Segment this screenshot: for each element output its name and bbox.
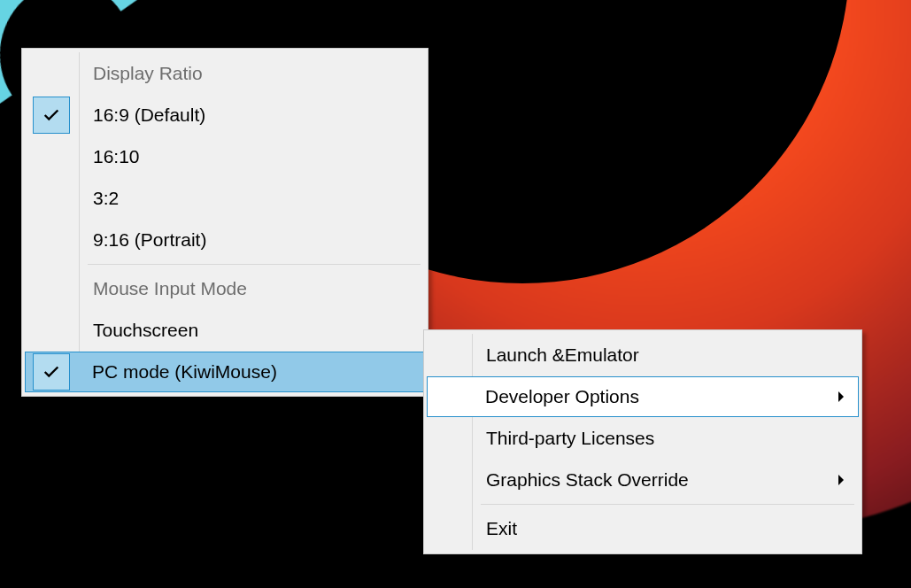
section-header-mouse-input: Mouse Input Mode [26, 268, 424, 309]
section-header-display-ratio: Display Ratio [26, 53, 424, 94]
menu-item-ratio-16-10[interactable]: 16:10 [26, 136, 424, 177]
menu-item-developer-options[interactable]: Developer Options [427, 376, 859, 417]
menu-item-label: Third-party Licenses [486, 428, 654, 448]
menu-item-pc-mode[interactable]: PC mode (KiwiMouse) [25, 352, 425, 392]
menu-separator [481, 504, 854, 505]
menu-item-ratio-16-9[interactable]: 16:9 (Default) [26, 95, 424, 135]
menu-item-launch-emulator[interactable]: Launch &Emulator [428, 335, 858, 375]
menu-item-touchscreen[interactable]: Touchscreen [26, 310, 424, 351]
menu-separator [88, 264, 421, 265]
menu-item-label: Launch &Emulator [486, 344, 639, 365]
submenu-arrow-icon [837, 377, 845, 416]
check-icon [33, 353, 70, 391]
menu-item-label: Exit [486, 518, 517, 538]
menu-item-label: Touchscreen [93, 320, 198, 340]
submenu-arrow-icon [837, 460, 845, 500]
menu-item-label: Graphics Stack Override [486, 469, 689, 490]
menu-item-third-party-licenses[interactable]: Third-party Licenses [428, 418, 858, 459]
check-icon [33, 97, 70, 134]
menu-item-label: Developer Options [485, 386, 639, 406]
menu-item-label: 16:10 [93, 146, 140, 166]
menu-item-label: 3:2 [93, 188, 119, 208]
menu-item-ratio-3-2[interactable]: 3:2 [26, 178, 424, 219]
menu-item-label: 9:16 (Portrait) [93, 229, 206, 250]
menu-item-label: PC mode (KiwiMouse) [92, 361, 277, 382]
menu-item-ratio-9-16[interactable]: 9:16 (Portrait) [26, 220, 424, 260]
submenu-display-mouse: Display Ratio 16:9 (Default) 16:10 3:2 9… [21, 48, 428, 397]
context-menu-main: Launch &Emulator Developer Options Third… [423, 329, 862, 554]
menu-item-label: 16:9 (Default) [93, 104, 205, 125]
menu-item-exit[interactable]: Exit [428, 508, 858, 549]
menu-item-graphics-stack-override[interactable]: Graphics Stack Override [428, 460, 858, 500]
